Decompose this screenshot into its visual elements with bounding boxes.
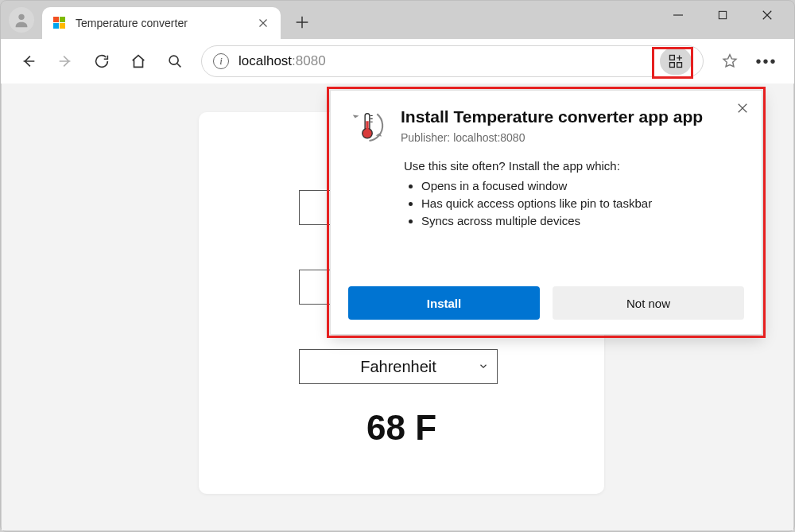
window-close-button[interactable] bbox=[756, 4, 778, 26]
svg-rect-1 bbox=[719, 11, 726, 18]
maximize-icon bbox=[716, 9, 729, 21]
unit-select[interactable]: Fahrenheit bbox=[299, 349, 498, 384]
window-minimize-button[interactable] bbox=[667, 4, 689, 26]
prompt-lead: Use this site often? Install the app whi… bbox=[404, 159, 744, 173]
svg-rect-4 bbox=[670, 63, 675, 68]
unit-select-value: Fahrenheit bbox=[360, 358, 436, 376]
settings-more-button[interactable]: ••• bbox=[751, 46, 781, 76]
install-button[interactable]: Install bbox=[348, 286, 540, 320]
apps-install-icon bbox=[668, 53, 684, 69]
svg-rect-9 bbox=[366, 121, 368, 131]
favorite-button[interactable] bbox=[715, 46, 745, 76]
result-text: 68 F bbox=[199, 408, 604, 448]
arrow-right-icon bbox=[56, 52, 74, 70]
tab-title: Temperature converter bbox=[76, 17, 247, 29]
prompt-close-button[interactable] bbox=[731, 97, 754, 119]
prompt-bullet: Opens in a focused window bbox=[421, 179, 744, 192]
favicon-icon bbox=[53, 17, 66, 29]
back-button[interactable] bbox=[14, 46, 44, 76]
url-host: localhost bbox=[238, 53, 292, 68]
plus-icon bbox=[293, 14, 311, 31]
prompt-bullet: Has quick access options like pin to tas… bbox=[421, 196, 744, 210]
search-button[interactable] bbox=[160, 46, 190, 76]
home-button[interactable] bbox=[123, 46, 153, 76]
address-bar[interactable]: i localhost:8080 bbox=[201, 45, 704, 77]
install-prompt: Install Temperature converter app app Pu… bbox=[330, 90, 762, 335]
url-text: localhost:8080 bbox=[238, 53, 326, 69]
svg-point-0 bbox=[18, 14, 24, 20]
thermometer-icon bbox=[349, 107, 386, 144]
tab-active[interactable]: Temperature converter bbox=[42, 7, 281, 39]
refresh-button[interactable] bbox=[87, 46, 117, 76]
close-icon bbox=[760, 8, 774, 22]
chevron-down-icon bbox=[478, 358, 489, 376]
not-now-button[interactable]: Not now bbox=[553, 286, 744, 320]
url-port: :8080 bbox=[292, 53, 326, 68]
more-icon: ••• bbox=[756, 52, 778, 71]
svg-rect-3 bbox=[670, 56, 675, 60]
search-icon bbox=[166, 52, 184, 70]
svg-rect-5 bbox=[677, 63, 682, 68]
window-maximize-button[interactable] bbox=[712, 4, 734, 26]
browser-window: Temperature converter bbox=[0, 0, 795, 532]
profile-button[interactable] bbox=[9, 7, 34, 33]
install-app-button[interactable] bbox=[660, 48, 692, 75]
minimize-icon bbox=[671, 8, 685, 22]
star-icon bbox=[721, 52, 739, 70]
window-controls bbox=[667, 4, 794, 39]
close-icon bbox=[258, 18, 268, 28]
prompt-bullets: Opens in a focused window Has quick acce… bbox=[404, 179, 744, 227]
arrow-left-icon bbox=[20, 52, 37, 70]
prompt-title: Install Temperature converter app app bbox=[401, 107, 703, 126]
prompt-bullet: Syncs across multiple devices bbox=[421, 214, 744, 227]
close-icon bbox=[735, 101, 750, 115]
person-icon bbox=[13, 11, 30, 29]
refresh-icon bbox=[93, 52, 111, 70]
tab-close-button[interactable] bbox=[257, 17, 270, 29]
toolbar: i localhost:8080 ••• bbox=[1, 39, 794, 83]
forward-button[interactable] bbox=[50, 46, 80, 76]
site-info-button[interactable]: i bbox=[213, 53, 229, 69]
svg-point-2 bbox=[169, 56, 178, 64]
home-icon bbox=[130, 52, 147, 70]
titlebar: Temperature converter bbox=[1, 1, 794, 39]
app-icon bbox=[348, 107, 386, 145]
new-tab-button[interactable] bbox=[287, 7, 317, 37]
prompt-publisher: Publisher: localhost:8080 bbox=[401, 131, 703, 144]
